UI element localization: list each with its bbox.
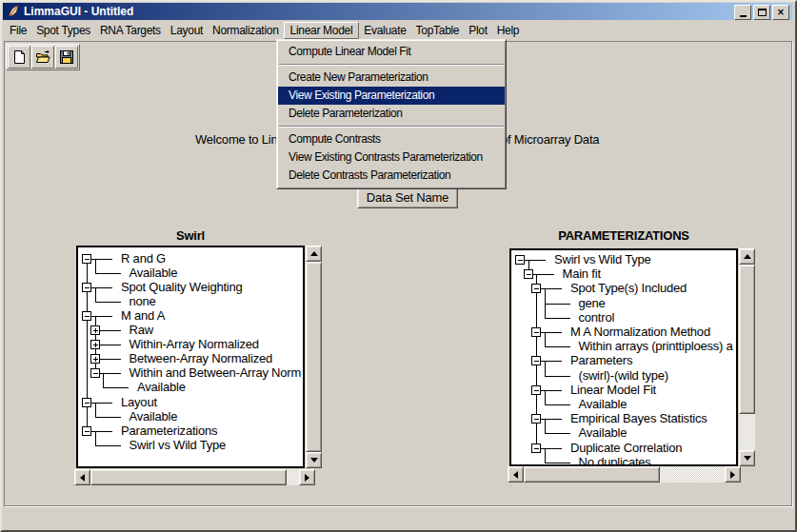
menu-separator bbox=[279, 126, 504, 128]
tree-item[interactable]: Available bbox=[130, 266, 178, 280]
tree-item[interactable]: Parameters bbox=[570, 353, 632, 367]
tree-item[interactable]: none bbox=[130, 294, 156, 308]
scroll-left-button[interactable] bbox=[74, 469, 90, 485]
arrow-down-icon bbox=[310, 458, 318, 463]
tree-item[interactable]: No duplicates bbox=[579, 455, 651, 466]
tree-item[interactable]: Spot Type(s) Included bbox=[570, 281, 687, 295]
scroll-up-button[interactable] bbox=[306, 246, 322, 262]
scrollbar-track[interactable] bbox=[90, 469, 299, 485]
save-floppy-icon bbox=[59, 49, 74, 65]
scroll-right-button[interactable] bbox=[725, 466, 741, 483]
menubar-item-help[interactable]: Help bbox=[492, 22, 524, 39]
window-title: LimmaGUI - Untitled bbox=[24, 5, 133, 18]
close-icon: × bbox=[777, 8, 785, 17]
tree-item[interactable]: Within-Array Normalized bbox=[130, 337, 259, 351]
menu-item-compute-contrasts[interactable]: Compute Contrasts bbox=[278, 130, 505, 148]
scroll-right-button[interactable] bbox=[299, 469, 315, 485]
tree-item[interactable]: Between-Array Normalized bbox=[130, 351, 273, 365]
tree-item[interactable]: Within arrays (printtiploess) a bbox=[579, 339, 733, 353]
arrow-right-icon bbox=[305, 474, 309, 482]
menubar-item-toptable[interactable]: TopTable bbox=[411, 22, 465, 39]
tree-item[interactable]: M A Normalization Method bbox=[570, 325, 710, 339]
tree-item[interactable]: (swirl)-(wild type) bbox=[579, 368, 668, 383]
tree-item[interactable]: Linear Model Fit bbox=[570, 383, 656, 397]
tree-item[interactable]: Raw bbox=[130, 323, 153, 337]
scroll-left-button[interactable] bbox=[508, 466, 524, 483]
left-tree-horizontal-scrollbar[interactable] bbox=[74, 469, 315, 485]
right-tree-horizontal-scrollbar[interactable] bbox=[508, 466, 741, 483]
window-controls: × bbox=[734, 5, 789, 20]
right-tree-vertical-scrollbar[interactable] bbox=[739, 248, 755, 466]
menubar-item-rna-targets[interactable]: RNA Targets bbox=[95, 22, 166, 39]
arrow-up-icon bbox=[310, 251, 318, 256]
scroll-down-button[interactable] bbox=[306, 452, 322, 468]
left-tree-title: Swirl bbox=[76, 228, 305, 243]
tree-item[interactable]: Parameterizations bbox=[121, 424, 217, 438]
menubar-item-linear-model[interactable]: Linear Model bbox=[284, 22, 360, 39]
scrollbar-track[interactable] bbox=[739, 265, 755, 450]
left-tree-vertical-scrollbar[interactable] bbox=[306, 246, 322, 468]
menubar-item-evaluate[interactable]: Evaluate bbox=[359, 22, 410, 39]
maximize-button[interactable] bbox=[753, 5, 770, 20]
tree-item[interactable]: Swirl vs Wild Type bbox=[130, 438, 227, 452]
right-tree[interactable]: Swirl vs Wild TypeMain fitSpot Type(s) I… bbox=[509, 248, 738, 466]
tree-item[interactable]: R and G bbox=[121, 251, 166, 266]
menu-item-view-existing-parameterization[interactable]: View Existing Parameterization bbox=[278, 87, 505, 105]
minimize-icon bbox=[740, 15, 747, 17]
tree-item[interactable]: Empirical Bayes Statistics bbox=[570, 411, 707, 425]
scrollbar-thumb[interactable] bbox=[739, 265, 755, 414]
menubar-item-normalization[interactable]: Normalization bbox=[208, 22, 283, 39]
arrow-left-icon bbox=[513, 471, 518, 479]
scrollbar-thumb[interactable] bbox=[306, 262, 322, 452]
arrow-left-icon bbox=[80, 474, 85, 482]
menu-item-compute-linear-model-fit[interactable]: Compute Linear Model Fit bbox=[278, 43, 505, 61]
right-tree-title: PARAMETERIZATIONS bbox=[509, 228, 738, 243]
tree-item[interactable]: Main fit bbox=[563, 266, 601, 281]
tree-item[interactable]: M and A bbox=[121, 308, 165, 323]
menu-item-delete-parameterization[interactable]: Delete Parameterization bbox=[278, 105, 505, 123]
maximize-icon bbox=[758, 9, 767, 16]
tree-item[interactable]: Spot Quality Weighting bbox=[121, 280, 243, 294]
tree-item[interactable]: Layout bbox=[121, 395, 157, 409]
menu-item-delete-contrasts-parameterization[interactable]: Delete Contrasts Parameterization bbox=[278, 167, 505, 185]
data-set-name-button[interactable]: Data Set Name bbox=[357, 187, 458, 208]
tk-feather-icon bbox=[7, 5, 20, 18]
scrollbar-thumb[interactable] bbox=[90, 469, 287, 485]
menu-item-create-new-parameterization[interactable]: Create New Parameterization bbox=[278, 69, 505, 87]
tree-item[interactable]: control bbox=[579, 310, 615, 325]
scroll-up-button[interactable] bbox=[739, 248, 755, 265]
scroll-down-button[interactable] bbox=[739, 450, 755, 466]
open-file-button[interactable] bbox=[31, 46, 54, 69]
menubar-item-spot-types[interactable]: Spot Types bbox=[31, 22, 95, 39]
arrow-right-icon bbox=[730, 471, 735, 479]
tree-item[interactable]: Duplicate Correlation bbox=[570, 441, 682, 455]
left-tree[interactable]: R and GAvailableSpot Quality Weightingno… bbox=[76, 246, 305, 468]
save-file-button[interactable] bbox=[55, 46, 78, 69]
tree-item[interactable]: Swirl vs Wild Type bbox=[554, 252, 651, 266]
close-button[interactable]: × bbox=[772, 5, 789, 20]
app-window: LimmaGUI - Untitled × File Spot Types RN… bbox=[0, 0, 797, 532]
scrollbar-track[interactable] bbox=[524, 466, 725, 483]
minimize-button[interactable] bbox=[734, 5, 751, 20]
menubar-item-layout[interactable]: Layout bbox=[166, 22, 208, 39]
scrollbar-thumb[interactable] bbox=[524, 466, 660, 483]
tree-item[interactable]: Available bbox=[130, 409, 178, 424]
tree-item[interactable]: gene bbox=[579, 296, 606, 310]
new-file-button[interactable] bbox=[8, 46, 30, 69]
new-document-icon bbox=[11, 49, 27, 65]
toolbar bbox=[6, 44, 80, 70]
tree-item[interactable]: Available bbox=[579, 397, 628, 411]
tree-item[interactable]: Within and Between-Array Norm bbox=[130, 365, 302, 380]
open-folder-icon bbox=[35, 49, 50, 65]
menubar-item-file[interactable]: File bbox=[5, 22, 31, 39]
titlebar[interactable]: LimmaGUI - Untitled × bbox=[3, 3, 792, 20]
tree-item[interactable]: Available bbox=[137, 380, 186, 394]
menubar-item-plot[interactable]: Plot bbox=[464, 22, 491, 39]
arrow-down-icon bbox=[744, 456, 751, 461]
menu-separator bbox=[279, 64, 504, 66]
tree-item[interactable]: Available bbox=[579, 425, 628, 440]
scrollbar-track[interactable] bbox=[306, 262, 322, 452]
linear-model-menu: Compute Linear Model Fit Create New Para… bbox=[276, 39, 507, 189]
menu-item-view-existing-contrasts-parameterization[interactable]: View Existing Contrasts Parameterization bbox=[278, 148, 505, 167]
welcome-text-left: Welcome to Lin bbox=[195, 132, 278, 147]
